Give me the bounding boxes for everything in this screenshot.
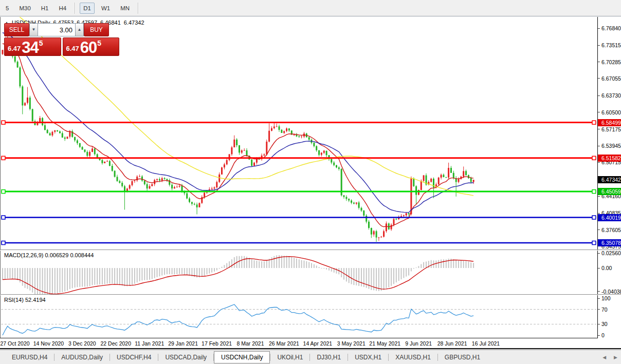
timeframe-button-h1[interactable]: H1	[38, 3, 52, 14]
axis-tick: 6.70285	[598, 59, 621, 65]
date-label: 28 Jun 2021	[437, 340, 467, 347]
level-handle	[2, 241, 5, 245]
axis-tick: 70	[598, 306, 621, 313]
volume-input[interactable]	[38, 23, 75, 36]
level-price-badge: 6.35078	[598, 239, 621, 246]
level-handle	[592, 190, 596, 194]
date-label: 16 Jul 2021	[472, 340, 500, 347]
date-label: 9 Jun 2021	[405, 340, 432, 347]
axis-tick: -0.04038	[598, 289, 621, 295]
timeframe-button-h4[interactable]: H4	[55, 3, 70, 14]
macd-label: MACD(12,26,9) 0.006529 0.008444	[4, 252, 94, 258]
axis-tick: 30	[598, 321, 621, 327]
date-label: 17 Feb 2021	[202, 340, 232, 347]
chart-tab-usdcnh-daily[interactable]: USDCNH,Daily	[214, 351, 270, 363]
buy-price-pips: 60	[80, 41, 97, 54]
chart-tab-ukoil-h1[interactable]: UKOil,H1	[270, 352, 309, 363]
axis-tick: 6.37605	[598, 227, 621, 233]
chart-window: ▲ USDCNH,Daily 6.47553 6.47597 6.46841 6…	[0, 17, 621, 350]
date-label: 3 May 2021	[337, 340, 366, 347]
tab-scroll-right-icon[interactable]: ▶	[614, 355, 617, 360]
chart-tabs: EURUSD,H4AUDUSD,DailyUSDCHF,H4USDCAD,Dai…	[5, 351, 487, 363]
sell-price-pips: 34	[22, 41, 38, 54]
rsi-pane[interactable]	[0, 295, 598, 338]
chart-tab-usdx-h1[interactable]: USDX,H1	[348, 352, 388, 363]
timeframe-toolbar: 5M30H1H4D1W1MN	[0, 0, 621, 16]
chart-tab-dj30-h1[interactable]: DJ30,H1	[310, 352, 348, 363]
level-handle	[592, 121, 596, 124]
date-label: 22 Dec 2020	[101, 340, 132, 347]
timeframe-button-5[interactable]: 5	[2, 3, 12, 14]
tab-scroll-left-icon[interactable]: ◀	[602, 355, 606, 360]
sell-price-point: 5	[39, 39, 43, 47]
trading-terminal: 5M30H1H4D1W1MN ▲ USDCNH,Daily 6.47553 6.…	[0, 0, 621, 364]
timeframe-button-m30[interactable]: M30	[15, 3, 34, 14]
chart-left-border	[0, 17, 1, 338]
chart-tab-gbpusd-h1[interactable]: GBPUSD,H1	[438, 352, 487, 363]
date-label: 21 May 2021	[369, 340, 400, 347]
buy-price-point: 5	[97, 39, 101, 47]
triangle-up-icon: ▲	[78, 28, 82, 32]
axis-tick: 6.57175	[598, 126, 621, 132]
level-price-badge: 6.45059	[598, 188, 621, 195]
sell-button[interactable]: SELL	[4, 23, 29, 36]
level-handle	[2, 121, 5, 124]
axis-tick: 6.73515	[598, 42, 621, 48]
level-price-badge: 6.51582	[598, 155, 621, 162]
buy-button[interactable]: BUY	[84, 23, 109, 36]
chart-bottom-border	[0, 348, 621, 349]
axis-tick: 6.53945	[598, 143, 621, 149]
toolbar-separator	[75, 3, 75, 14]
axis-tick: 0	[598, 332, 621, 338]
level-handle	[2, 156, 5, 160]
ema10-line	[3, 44, 473, 227]
timeframe-button-d1[interactable]: D1	[80, 3, 95, 14]
price-axis[interactable]: 6.768406.735156.702856.670556.637306.605…	[598, 17, 621, 338]
level-price-badge: 6.40019	[598, 214, 621, 221]
one-click-trading-panel: SELL ▼ ▲ BUY 6.47 34 5 6.47 60 5	[4, 23, 119, 56]
tab-scroll-arrows: ◀ ▶	[602, 355, 617, 360]
axis-tick: 100	[598, 295, 621, 301]
sell-price-base: 6.47	[8, 45, 21, 52]
chart-tab-eurusd-h4[interactable]: EURUSD,H4	[5, 352, 54, 363]
volume-decrease-button[interactable]: ▼	[29, 23, 38, 36]
chart-tab-bar: EURUSD,H4AUDUSD,DailyUSDCHF,H4USDCAD,Dai…	[0, 350, 621, 364]
axis-tick: 6.63730	[598, 92, 621, 99]
rsi-pane-splitter[interactable]	[0, 294, 621, 295]
chart-tab-usdchf-h4[interactable]: USDCHF,H4	[110, 352, 158, 363]
date-label: 27 Oct 2020	[0, 340, 29, 347]
timeframe-button-mn[interactable]: MN	[117, 3, 133, 14]
buy-price-base: 6.47	[66, 45, 79, 52]
level-handle	[592, 216, 596, 219]
buy-price-display[interactable]: 6.47 60 5	[63, 37, 120, 56]
time-axis[interactable]: 27 Oct 202014 Nov 20203 Dec 202022 Dec 2…	[0, 338, 598, 349]
date-label: 11 Jan 2021	[135, 340, 164, 347]
level-handle	[2, 190, 5, 194]
axis-tick: 6.76840	[598, 25, 621, 31]
level-handle	[592, 156, 596, 160]
macd-histogram	[2, 255, 474, 295]
rsi-line	[3, 304, 473, 335]
timeframe-button-w1[interactable]: W1	[98, 3, 114, 14]
axis-tick: 0.025609	[598, 250, 621, 256]
date-label: 14 Nov 2020	[33, 340, 64, 347]
ohlc-close-value: 6.47342	[124, 20, 144, 26]
date-label: 26 Mar 2021	[269, 340, 299, 347]
axis-tick: 6.60500	[598, 109, 621, 116]
level-handle	[2, 216, 5, 219]
date-label: 29 Jan 2021	[168, 340, 198, 347]
rsi-label: RSI(14) 52.4194	[4, 297, 46, 303]
date-label: 14 Apr 2021	[303, 340, 333, 347]
chart-tab-audusd-daily[interactable]: AUDUSD,Daily	[54, 352, 109, 363]
date-label: 8 Mar 2021	[236, 340, 264, 347]
toolbar-separator	[138, 3, 138, 14]
macd-pane-splitter[interactable]	[0, 250, 621, 250]
date-label: 3 Dec 2020	[68, 340, 96, 347]
current-price-badge: 6.47342	[598, 176, 621, 183]
chart-tab-xauusd-h1[interactable]: XAUUSD,H1	[389, 352, 437, 363]
sell-price-display[interactable]: 6.47 34 5	[4, 37, 61, 56]
level-handle	[592, 241, 596, 245]
level-price-badge: 6.58499	[598, 119, 621, 126]
volume-increase-button[interactable]: ▲	[75, 23, 84, 36]
chart-tab-usdcad-daily[interactable]: USDCAD,Daily	[158, 352, 213, 363]
